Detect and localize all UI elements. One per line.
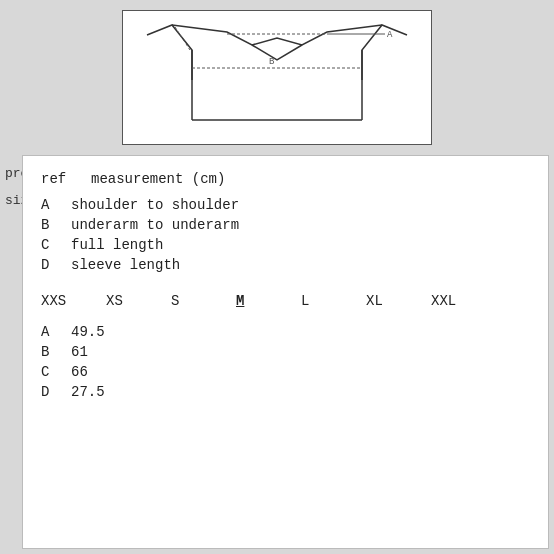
- meas-row-A: A shoulder to shoulder: [41, 197, 530, 213]
- data-ref-D: D: [41, 384, 71, 400]
- data-row-A: A 49.5: [41, 324, 530, 340]
- data-val-D: 27.5: [71, 384, 126, 400]
- size-xs[interactable]: XS: [106, 293, 171, 309]
- data-ref-A: A: [41, 324, 71, 340]
- data-ref-B: B: [41, 344, 71, 360]
- data-row-B: B 61: [41, 344, 530, 360]
- meas-desc-D: sleeve length: [71, 257, 180, 273]
- table-header-row: ref measurement (cm): [41, 171, 530, 187]
- diagram-section: B A: [0, 0, 554, 155]
- data-row-C: C 66: [41, 364, 530, 380]
- svg-text:B: B: [269, 57, 275, 67]
- meas-ref-C: C: [41, 237, 71, 253]
- meas-ref-D: D: [41, 257, 71, 273]
- data-val-B: 61: [71, 344, 126, 360]
- size-header-row: XXS XS S M L XL XXL: [41, 293, 530, 309]
- sizing-table-section: ref measurement (cm) A shoulder to shoul…: [22, 155, 549, 549]
- size-xxs[interactable]: XXS: [41, 293, 106, 309]
- meas-row-D: D sleeve length: [41, 257, 530, 273]
- size-xxl[interactable]: XXL: [431, 293, 496, 309]
- measurements-list: A shoulder to shoulder B underarm to und…: [41, 197, 530, 273]
- meas-desc-C: full length: [71, 237, 163, 253]
- data-ref-C: C: [41, 364, 71, 380]
- size-xl[interactable]: XL: [366, 293, 431, 309]
- measurement-column-header: measurement (cm): [91, 171, 225, 187]
- meas-ref-A: A: [41, 197, 71, 213]
- size-m[interactable]: M: [236, 293, 301, 309]
- size-l[interactable]: L: [301, 293, 366, 309]
- svg-text:A: A: [387, 30, 393, 40]
- data-val-C: 66: [71, 364, 126, 380]
- diagram-box: B A: [122, 10, 432, 145]
- ref-column-header: ref: [41, 171, 71, 187]
- meas-row-B: B underarm to underarm: [41, 217, 530, 233]
- meas-ref-B: B: [41, 217, 71, 233]
- meas-desc-B: underarm to underarm: [71, 217, 239, 233]
- data-row-D: D 27.5: [41, 384, 530, 400]
- size-s[interactable]: S: [171, 293, 236, 309]
- meas-desc-A: shoulder to shoulder: [71, 197, 239, 213]
- meas-row-C: C full length: [41, 237, 530, 253]
- data-val-A: 49.5: [71, 324, 126, 340]
- garment-diagram: B A: [137, 20, 417, 135]
